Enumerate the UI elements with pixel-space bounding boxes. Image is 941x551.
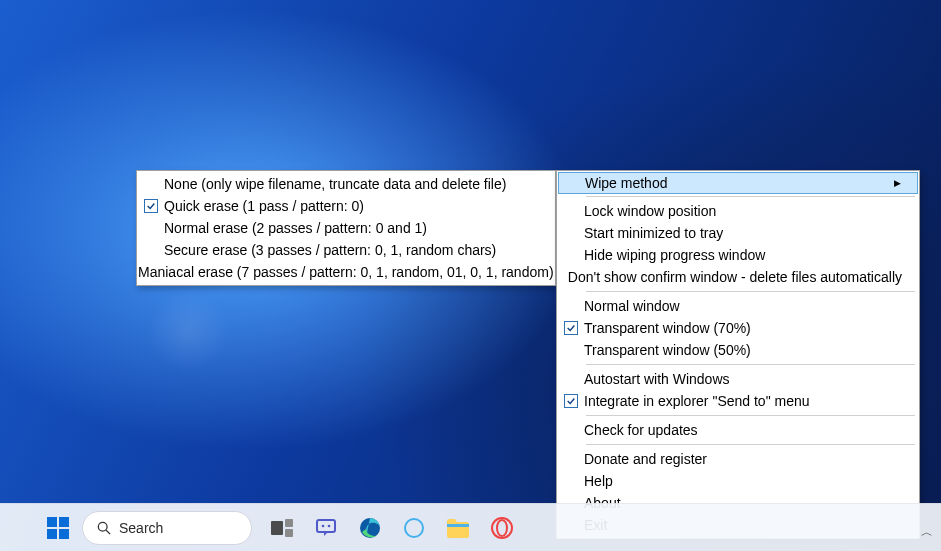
- svg-rect-2: [47, 529, 57, 539]
- menu-item-label: Integrate in explorer "Send to" menu: [584, 393, 902, 409]
- menu-separator: [586, 364, 915, 365]
- svg-rect-9: [317, 520, 335, 532]
- menu-item-wipe-method[interactable]: Wipe method ▶: [558, 172, 918, 194]
- taskbar-cortana[interactable]: [394, 508, 434, 548]
- menu-item-label: None (only wipe filename, truncate data …: [164, 176, 538, 192]
- menu-item-label: Don't show confirm window - delete files…: [568, 269, 902, 285]
- taskbar-explorer[interactable]: [438, 508, 478, 548]
- svg-rect-1: [59, 517, 69, 527]
- menu-item-normal-window[interactable]: Normal window: [558, 295, 918, 317]
- menu-item-autostart[interactable]: Autostart with Windows: [558, 368, 918, 390]
- menu-item-label: Wipe method: [585, 175, 870, 191]
- menu-item-label: Transparent window (50%): [584, 342, 902, 358]
- menu-item-label: Normal window: [584, 298, 902, 314]
- menu-item-start-minimized[interactable]: Start minimized to tray: [558, 222, 918, 244]
- menu-item-label: Quick erase (1 pass / pattern: 0): [164, 198, 538, 214]
- menu-item-lock-window-position[interactable]: Lock window position: [558, 200, 918, 222]
- svg-rect-3: [59, 529, 69, 539]
- menu-item-help[interactable]: Help: [558, 470, 918, 492]
- tray-overflow-icon[interactable]: ︿: [921, 524, 933, 541]
- taskbar-opera[interactable]: [482, 508, 522, 548]
- menu-item-transparent-70[interactable]: Transparent window (70%): [558, 317, 918, 339]
- svg-rect-8: [285, 529, 293, 537]
- submenu-item-secure-erase[interactable]: Secure erase (3 passes / pattern: 0, 1, …: [138, 239, 554, 261]
- menu-item-donate[interactable]: Donate and register: [558, 448, 918, 470]
- menu-item-check-updates[interactable]: Check for updates: [558, 419, 918, 441]
- search-icon: [97, 521, 111, 535]
- menu-item-label: Maniacal erase (7 passes / pattern: 0, 1…: [138, 264, 554, 280]
- context-menu: Wipe method ▶ Lock window position Start…: [556, 170, 920, 539]
- submenu-item-none[interactable]: None (only wipe filename, truncate data …: [138, 173, 554, 195]
- menu-item-label: Check for updates: [584, 422, 902, 438]
- menu-separator: [586, 196, 915, 197]
- menu-item-label: Donate and register: [584, 451, 902, 467]
- menu-separator: [586, 291, 915, 292]
- wipe-method-submenu: None (only wipe filename, truncate data …: [136, 170, 556, 286]
- submenu-item-quick-erase[interactable]: Quick erase (1 pass / pattern: 0): [138, 195, 554, 217]
- menu-item-label: Autostart with Windows: [584, 371, 902, 387]
- taskbar-edge[interactable]: [350, 508, 390, 548]
- submenu-item-maniacal-erase[interactable]: Maniacal erase (7 passes / pattern: 0, 1…: [138, 261, 554, 283]
- taskbar-taskview[interactable]: [262, 508, 302, 548]
- menu-item-label: Help: [584, 473, 902, 489]
- menu-item-integrate-sendto[interactable]: Integrate in explorer "Send to" menu: [558, 390, 918, 412]
- svg-point-11: [328, 524, 331, 527]
- menu-item-label: Hide wiping progress window: [584, 247, 902, 263]
- svg-rect-6: [271, 521, 283, 535]
- menu-item-transparent-50[interactable]: Transparent window (50%): [558, 339, 918, 361]
- menu-item-label: Normal erase (2 passes / pattern: 0 and …: [164, 220, 538, 236]
- svg-point-4: [98, 522, 107, 531]
- submenu-arrow-icon: ▶: [894, 178, 901, 188]
- menu-item-label: Start minimized to tray: [584, 225, 902, 241]
- svg-line-5: [106, 530, 110, 534]
- start-button[interactable]: [38, 508, 78, 548]
- menu-item-label: Lock window position: [584, 203, 902, 219]
- taskbar: Search ︿: [0, 503, 941, 551]
- svg-rect-14: [447, 524, 469, 527]
- taskbar-search[interactable]: Search: [82, 511, 252, 545]
- svg-rect-7: [285, 519, 293, 527]
- menu-item-label: Secure erase (3 passes / pattern: 0, 1, …: [164, 242, 538, 258]
- check-icon: [144, 199, 158, 213]
- svg-point-10: [322, 524, 325, 527]
- submenu-item-normal-erase[interactable]: Normal erase (2 passes / pattern: 0 and …: [138, 217, 554, 239]
- menu-separator: [586, 415, 915, 416]
- taskbar-chat[interactable]: [306, 508, 346, 548]
- check-icon: [564, 321, 578, 335]
- menu-separator: [586, 444, 915, 445]
- menu-item-hide-progress[interactable]: Hide wiping progress window: [558, 244, 918, 266]
- svg-rect-0: [47, 517, 57, 527]
- menu-item-label: Transparent window (70%): [584, 320, 902, 336]
- menu-item-no-confirm[interactable]: Don't show confirm window - delete files…: [558, 266, 918, 288]
- svg-point-13: [405, 519, 423, 537]
- check-icon: [564, 394, 578, 408]
- taskbar-search-label: Search: [119, 520, 163, 536]
- svg-point-16: [497, 520, 507, 536]
